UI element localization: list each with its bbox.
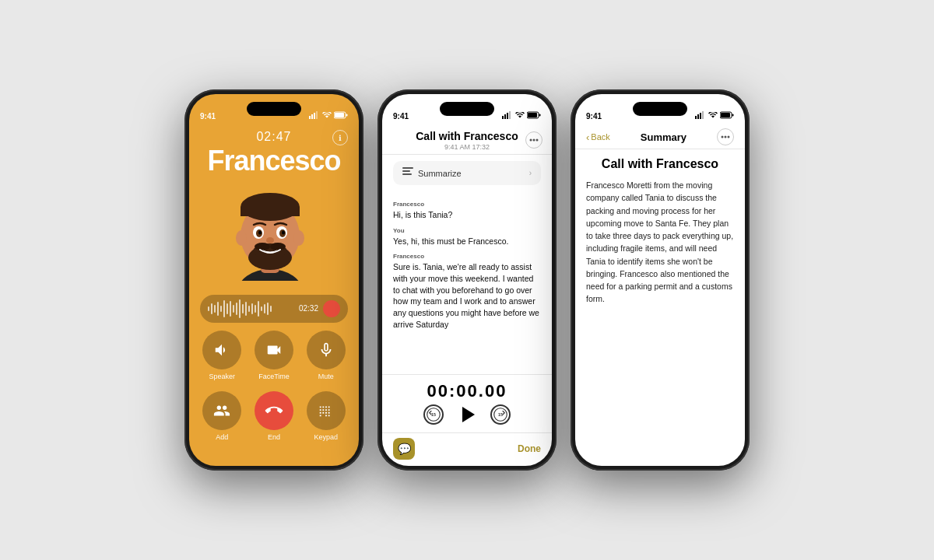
msg-sender-2: You [393,227,541,234]
wifi-icon-3 [708,112,718,121]
end-call-button[interactable]: End [254,391,295,441]
svg-rect-35 [402,167,413,169]
summary-body: Call with Francesco Francesco Moretti fr… [575,149,745,466]
transcript-more-button[interactable] [525,131,542,149]
info-icon[interactable]: ℹ [332,130,348,145]
call-timer: 02:47 [256,130,291,144]
svg-rect-1 [311,114,313,119]
svg-point-34 [536,139,539,142]
keypad-label: Keypad [314,433,338,441]
phone-2: 9:41 Call with Francesco 9:41 AM 17:32 [377,89,557,471]
summary-title: Call with Francesco [586,157,734,171]
phone2-screen: 9:41 Call with Francesco 9:41 AM 17:32 [382,94,552,466]
msg-text-3: Sure is. Tania, we're all ready to assis… [393,261,541,330]
phone1-screen: 9:41 ℹ 02:47 Francesco [189,94,359,466]
svg-point-11 [293,230,304,246]
speaker-button[interactable]: Speaker [202,331,243,380]
transcript-content: Call with Francesco 9:41 AM 17:32 Summar… [382,94,552,466]
summary-nav-title: Summary [641,131,686,143]
summarize-label: Summarize [418,169,462,178]
status-icons-3 [695,111,734,121]
summary-text: Francesco Moretti from the moving compan… [586,179,734,306]
signal-icon-3 [695,111,706,121]
svg-rect-27 [507,113,508,119]
playback-section: 00:00.00 15 15 [382,374,552,432]
chevron-right-icon: › [529,169,532,177]
facetime-label: FaceTime [258,373,290,380]
playback-controls: 15 15 [382,404,552,425]
waveform-visual [208,299,299,318]
svg-point-16 [255,243,270,250]
facetime-button[interactable]: FaceTime [254,331,295,380]
back-label: Back [591,132,609,142]
back-button[interactable]: ‹ Back [586,131,610,143]
summary-content: ‹ Back Summary Call with Francesco Franc… [575,94,745,466]
summary-more-button[interactable] [717,128,734,145]
dynamic-island-2 [440,102,494,116]
svg-rect-28 [509,111,511,119]
svg-rect-30 [539,114,541,117]
playback-time: 00:00.00 [382,381,552,401]
summarize-left: Summarize [402,167,462,179]
record-timer: 02:32 [299,304,318,313]
battery-icon [334,111,348,121]
call-buttons-grid: Speaker FaceTime Mute [189,323,359,441]
signal-icon-2 [502,111,513,121]
svg-point-24 [266,237,274,243]
svg-text:15: 15 [431,412,436,417]
svg-rect-36 [402,170,410,172]
svg-point-23 [282,230,285,234]
keypad-button[interactable]: Keypad [305,391,346,441]
speaker-label: Speaker [209,373,236,380]
summarize-button[interactable]: Summarize › [393,161,541,185]
svg-rect-25 [502,116,504,119]
signal-icon [309,111,320,121]
svg-point-17 [270,243,286,250]
svg-rect-31 [528,113,537,117]
facetime-icon-circle [255,331,293,369]
battery-icon-3 [720,111,734,121]
svg-point-32 [530,139,532,142]
phone-3: 9:41 ‹ Back Summary [571,89,750,471]
svg-rect-43 [697,114,699,119]
record-button[interactable] [323,300,340,317]
play-button[interactable] [462,407,475,422]
msg-sender-3: Francesco [393,253,541,260]
svg-rect-6 [335,113,344,117]
svg-rect-37 [402,173,412,175]
transcript-footer: 💬 Done [382,432,552,466]
svg-rect-0 [309,116,311,119]
phone3-screen: 9:41 ‹ Back Summary [575,94,745,466]
transcript-title: Call with Francesco [393,130,541,142]
svg-rect-45 [702,111,704,119]
svg-rect-5 [346,114,348,117]
status-time-2: 9:41 [393,112,409,121]
summarize-icon [402,167,413,179]
skip-fwd-button[interactable]: 15 [490,404,511,425]
call-content: 02:47 Francesco [189,94,359,466]
wifi-icon [322,112,332,121]
mute-button[interactable]: Mute [305,331,346,380]
svg-text:15: 15 [498,412,503,417]
transcript-meta: 9:41 AM 17:32 [393,143,541,151]
add-button[interactable]: Add [202,391,243,441]
phone-1: 9:41 ℹ 02:47 Francesco [184,89,363,471]
msg-sender-1: Francesco [393,201,541,208]
svg-point-33 [533,139,535,142]
status-time-3: 9:41 [586,112,602,121]
skip-back-button[interactable]: 15 [423,404,444,425]
summary-nav: ‹ Back Summary [575,124,745,149]
done-button[interactable]: Done [518,443,541,454]
status-icons-1 [309,111,348,121]
svg-rect-47 [732,114,734,117]
msg-text-2: Yes, hi, this must be Francesco. [393,236,541,247]
chevron-left-icon: ‹ [586,131,589,143]
svg-rect-42 [695,116,697,119]
transcript-icon[interactable]: 💬 [393,438,415,460]
dynamic-island-3 [633,102,687,116]
svg-rect-26 [504,114,506,119]
mute-icon-circle [307,331,346,369]
svg-point-22 [258,230,262,234]
transcript-messages: Francesco Hi, is this Tania? You Yes, hi… [382,191,552,374]
waveform-bar: 02:32 [200,295,348,323]
